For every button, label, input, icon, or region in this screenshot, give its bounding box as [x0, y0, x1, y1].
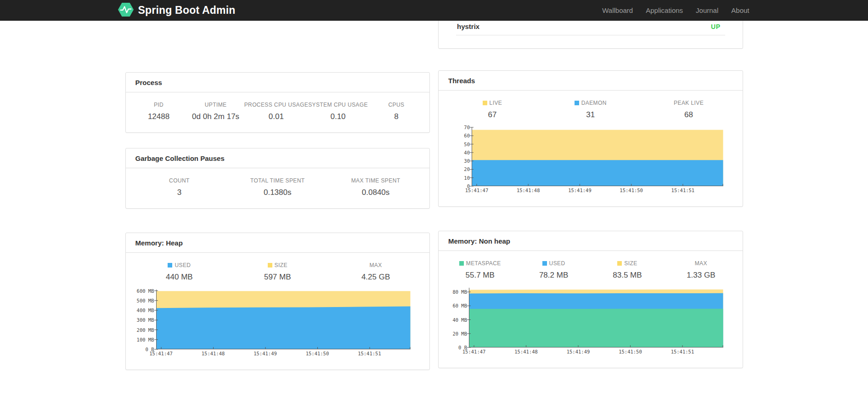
metric: MAX4.25 GB	[327, 262, 425, 282]
metric-label: CPUS	[368, 102, 425, 108]
metric-value: 83.5 MB	[591, 271, 664, 280]
metric: MAX1.33 GB	[664, 260, 738, 280]
metric-label: UPTIME	[187, 102, 244, 108]
legend-swatch-icon	[268, 263, 272, 268]
y-axis-tick-label: 50	[464, 141, 470, 148]
memory-nonheap-chart: 0 B20 MB40 MB60 MB80 MB15:41:4715:41:481…	[439, 288, 743, 356]
metric-value: 440 MB	[130, 273, 229, 282]
memory-heap-chart: 0 B100 MB200 MB300 MB400 MB500 MB600 MB1…	[126, 290, 430, 358]
y-axis-tick-label: 400 MB	[137, 307, 154, 313]
x-axis-tick-label: 15:41:50	[620, 188, 643, 193]
chart-y-axis-labels: 010203040506070	[456, 127, 472, 186]
x-axis-tick-label: 15:41:48	[514, 349, 538, 354]
legend-swatch-icon	[575, 101, 579, 105]
y-axis-tick-label: 300 MB	[137, 317, 154, 323]
metric: SIZE597 MB	[228, 262, 327, 282]
metric-label: SIZE	[591, 260, 664, 267]
main-content: Process PID12488UPTIME0d 0h 2m 17sPROCES…	[125, 21, 743, 370]
x-axis-tick-label: 15:41:49	[567, 349, 590, 354]
metric-value: 0.01	[244, 112, 309, 121]
gc-pauses-card: Garbage Collection Pauses COUNT3TOTAL TI…	[125, 148, 430, 209]
metric-label: SIZE	[228, 262, 327, 268]
legend-swatch-icon	[483, 101, 487, 105]
x-axis-tick-label: 15:41:50	[306, 351, 329, 356]
y-axis-tick-label: 10	[464, 175, 470, 181]
metric-label: MAX	[664, 260, 738, 267]
metric-value: 0d 0h 2m 17s	[187, 112, 244, 121]
metric-value: 31	[541, 110, 640, 120]
metric-value: 55.7 MB	[443, 271, 517, 280]
chart-y-axis-labels: 0 B20 MB40 MB60 MB80 MB	[441, 288, 469, 347]
heap-metrics: USED440 MBSIZE597 MBMAX4.25 GB	[126, 253, 430, 285]
metric-value: 0.0840s	[327, 188, 425, 197]
legend-swatch-icon	[542, 261, 547, 266]
memory-heap-card: Memory: Heap USED440 MBSIZE597 MBMAX4.25…	[125, 233, 430, 370]
metric: TOTAL TIME SPENT0.1380s	[228, 177, 327, 197]
chart-plot-area	[472, 127, 723, 186]
nav-link-journal[interactable]: Journal	[689, 0, 725, 21]
x-axis-tick-label: 15:41:48	[517, 188, 540, 193]
memory-nonheap-card: Memory: Non heap METASPACE55.7 MBUSED78.…	[438, 231, 743, 368]
x-axis-tick-label: 15:41:51	[671, 349, 694, 354]
metric-value: 68	[640, 110, 738, 120]
metric-label: USED	[517, 260, 590, 267]
application-row[interactable]: hystrix UP	[456, 21, 725, 35]
x-axis-tick-label: 15:41:47	[149, 351, 173, 356]
metric: CPUS8	[368, 102, 425, 121]
y-axis-tick-label: 40 MB	[452, 317, 467, 323]
y-axis-tick-label: 80 MB	[452, 289, 467, 295]
navbar-brand[interactable]: Spring Boot Admin	[118, 2, 236, 19]
metric: USED440 MB	[130, 262, 229, 282]
nav-link-wallboard[interactable]: Wallboard	[596, 0, 639, 21]
y-axis-tick-label: 500 MB	[137, 297, 154, 304]
threads-card-title: Threads	[439, 71, 743, 91]
process-card-title: Process	[126, 73, 430, 92]
process-card: Process PID12488UPTIME0d 0h 2m 17sPROCES…	[125, 72, 430, 133]
memory-nonheap-card-title: Memory: Non heap	[439, 231, 743, 251]
y-axis-tick-label: 20 MB	[452, 330, 467, 337]
metric-value: 12488	[130, 112, 187, 121]
threads-card: Threads LIVE67DAEMON31PEAK LIVE68 010203…	[438, 70, 743, 207]
x-axis-tick-label: 15:41:51	[358, 351, 381, 356]
legend-swatch-icon	[168, 263, 172, 268]
metric-value: 0.1380s	[228, 188, 327, 197]
metric-value: 597 MB	[228, 273, 327, 282]
chart-x-axis-labels: 15:41:4715:41:4815:41:4915:41:5015:41:51	[472, 186, 723, 194]
gc-card-title: Garbage Collection Pauses	[126, 148, 430, 168]
legend-swatch-icon	[617, 261, 622, 266]
x-axis-tick-label: 15:41:49	[568, 188, 592, 193]
metric: UPTIME0d 0h 2m 17s	[187, 102, 244, 121]
metric: METASPACE55.7 MB	[443, 260, 517, 280]
y-axis-tick-label: 60	[464, 132, 470, 139]
y-axis-tick-label: 200 MB	[137, 327, 154, 333]
metric-value: 1.33 GB	[664, 271, 738, 280]
metric-label: LIVE	[443, 100, 541, 106]
nav-link-about[interactable]: About	[725, 0, 750, 21]
metric: DAEMON31	[541, 100, 640, 120]
metric: SIZE83.5 MB	[591, 260, 664, 280]
metric-label: MAX	[327, 262, 425, 268]
metric-value: 3	[130, 188, 229, 197]
x-axis-tick-label: 15:41:50	[619, 349, 642, 354]
chart-x-axis-labels: 15:41:4715:41:4815:41:4915:41:5015:41:51	[156, 349, 411, 358]
metric: PID12488	[130, 102, 187, 121]
y-axis-tick-label: 40	[464, 149, 470, 156]
metric-label: SYSTEM CPU USAGE	[308, 102, 368, 108]
metric-label: DAEMON	[541, 100, 640, 106]
legend-swatch-icon	[459, 261, 464, 266]
metric-label: METASPACE	[443, 260, 517, 267]
chart-x-axis-labels: 15:41:4715:41:4815:41:4915:41:5015:41:51	[469, 347, 723, 356]
metric: PROCESS CPU USAGE0.01	[244, 102, 309, 121]
application-name: hystrix	[457, 23, 479, 30]
pulse-logo-icon	[118, 2, 134, 19]
x-axis-tick-label: 15:41:49	[254, 351, 277, 356]
metric-label: COUNT	[130, 177, 229, 184]
nav-link-applications[interactable]: Applications	[639, 0, 689, 21]
x-axis-tick-label: 15:41:48	[202, 351, 225, 356]
x-axis-tick-label: 15:41:47	[462, 349, 486, 354]
x-axis-tick-label: 15:41:51	[671, 188, 695, 193]
left-column: Process PID12488UPTIME0d 0h 2m 17sPROCES…	[125, 21, 430, 370]
y-axis-tick-label: 20	[464, 166, 470, 172]
metric: SYSTEM CPU USAGE0.10	[308, 102, 368, 121]
metric-label: PEAK LIVE	[640, 100, 738, 106]
